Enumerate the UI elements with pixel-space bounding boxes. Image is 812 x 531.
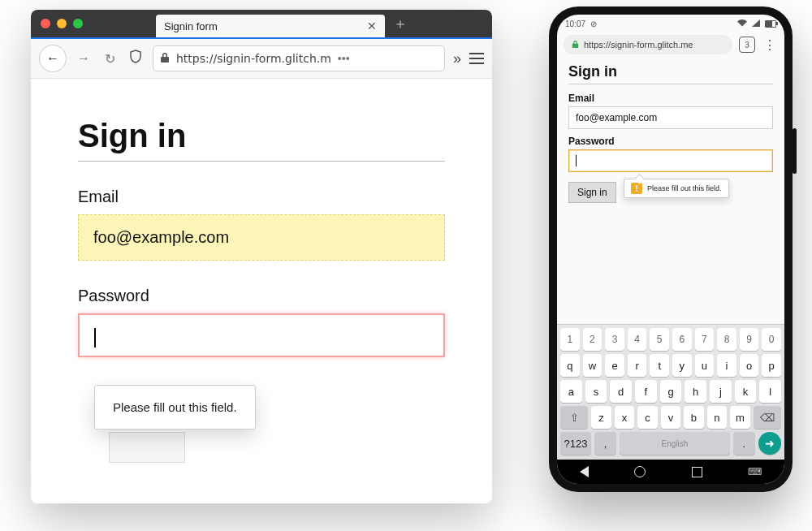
reload-button[interactable]: ↻: [101, 51, 119, 67]
url-box[interactable]: https://signin-form.glitch.m •••: [153, 45, 445, 71]
overflow-chevron-icon[interactable]: »: [453, 50, 461, 67]
key-u[interactable]: u: [695, 354, 715, 377]
lock-icon: [160, 52, 170, 66]
page-content: Sign in Email foo@example.com Password: [31, 79, 492, 503]
key-1[interactable]: 1: [560, 328, 580, 351]
key-⌫[interactable]: ⌫: [754, 406, 781, 429]
key-v[interactable]: v: [661, 406, 680, 429]
key-p[interactable]: p: [762, 354, 781, 377]
page-title: Sign in: [78, 118, 445, 162]
signin-button[interactable]: Sign in: [568, 182, 616, 203]
status-time: 10:07: [565, 19, 585, 28]
password-field[interactable]: [568, 149, 773, 172]
tracking-shield-icon[interactable]: [127, 50, 145, 67]
close-window-icon[interactable]: [41, 19, 50, 28]
email-field[interactable]: foo@example.com: [568, 106, 773, 129]
minimize-window-icon[interactable]: [57, 19, 67, 28]
key-.[interactable]: .: [733, 432, 755, 455]
key-o[interactable]: o: [740, 354, 759, 377]
key-k[interactable]: k: [735, 380, 757, 403]
page-actions-icon[interactable]: •••: [338, 52, 350, 65]
phone-screen: 10:07 ⊘ https://signin-form.glitch.me: [557, 15, 784, 484]
key-2[interactable]: 2: [583, 328, 603, 351]
email-field[interactable]: foo@example.com: [78, 214, 445, 261]
email-label: Email: [78, 188, 445, 206]
nav-recent-icon[interactable]: [692, 467, 702, 477]
key-a[interactable]: a: [560, 380, 582, 403]
tab-count-button[interactable]: 3: [739, 37, 755, 53]
lock-icon: [572, 40, 579, 50]
key-h[interactable]: h: [685, 380, 706, 403]
mobile-address-bar: https://signin-form.glitch.me 3 ⋮: [557, 32, 784, 57]
warning-icon: !: [631, 183, 642, 194]
key-y[interactable]: y: [672, 354, 692, 377]
key-i[interactable]: i: [717, 354, 736, 377]
key-English[interactable]: English: [620, 432, 730, 455]
key-n[interactable]: n: [707, 406, 727, 429]
key-0[interactable]: 0: [762, 328, 781, 351]
kebab-menu-icon[interactable]: ⋮: [762, 37, 778, 53]
key-5[interactable]: 5: [650, 328, 669, 351]
tab-count: 3: [745, 41, 749, 50]
key-⇧[interactable]: ⇧: [560, 406, 588, 429]
key-3[interactable]: 3: [605, 328, 624, 351]
close-tab-icon[interactable]: ✕: [367, 19, 377, 32]
browser-tab[interactable]: Signin form ✕: [156, 15, 385, 37]
key-z[interactable]: z: [591, 406, 611, 429]
password-field[interactable]: [78, 313, 445, 357]
key-f[interactable]: f: [635, 380, 657, 403]
key-g[interactable]: g: [660, 380, 682, 403]
text-caret: [94, 328, 96, 348]
new-tab-button[interactable]: ＋: [389, 12, 412, 35]
nav-home-icon[interactable]: [634, 466, 646, 477]
signin-button-label: Sign in: [577, 187, 607, 198]
key-b[interactable]: b: [684, 406, 703, 429]
key-l[interactable]: l: [759, 380, 781, 403]
key-6[interactable]: 6: [672, 328, 692, 351]
password-label: Password: [568, 136, 773, 147]
key-m[interactable]: m: [730, 406, 749, 429]
phone-frame: 10:07 ⊘ https://signin-form.glitch.me: [549, 6, 793, 492]
hamburger-menu-icon[interactable]: [469, 53, 484, 64]
email-field-value: foo@example.com: [93, 228, 229, 246]
key-9[interactable]: 9: [740, 328, 759, 351]
key-t[interactable]: t: [650, 354, 669, 377]
signin-button-obscured[interactable]: [109, 432, 185, 463]
signal-icon: [752, 19, 760, 28]
mobile-url-box[interactable]: https://signin-form.glitch.me: [564, 35, 732, 54]
key-w[interactable]: w: [583, 354, 603, 377]
key-7[interactable]: 7: [695, 328, 715, 351]
desktop-browser-window: Signin form ✕ ＋ ← → ↻ https://signin-for…: [31, 10, 492, 503]
validation-message: Please fill out this field.: [113, 400, 237, 414]
wifi-icon: [737, 19, 747, 28]
key-,[interactable]: ,: [594, 432, 616, 455]
back-button[interactable]: ←: [39, 45, 67, 72]
mobile-url-text: https://signin-form.glitch.me: [584, 40, 693, 50]
key-s[interactable]: s: [585, 380, 607, 403]
key-c[interactable]: c: [637, 406, 657, 429]
status-app-icon: ⊘: [590, 19, 597, 28]
key-?123[interactable]: ?123: [560, 432, 591, 455]
key-q[interactable]: q: [560, 354, 580, 377]
battery-icon: [765, 20, 776, 28]
nav-keyboard-icon[interactable]: ⌨: [748, 466, 762, 477]
nav-back-icon[interactable]: [580, 466, 589, 477]
android-nav-bar: ⌨: [557, 460, 784, 484]
tab-title: Signin form: [164, 20, 218, 32]
key-d[interactable]: d: [610, 380, 632, 403]
key-j[interactable]: j: [710, 380, 732, 403]
email-label: Email: [568, 93, 773, 104]
key-➜[interactable]: ➜: [758, 432, 781, 455]
key-4[interactable]: 4: [628, 328, 647, 351]
url-text: https://signin-form.glitch.m: [176, 52, 331, 65]
forward-button[interactable]: →: [75, 51, 93, 66]
maximize-window-icon[interactable]: [73, 19, 83, 28]
key-8[interactable]: 8: [717, 328, 736, 351]
status-bar: 10:07 ⊘: [557, 15, 784, 32]
soft-keyboard: 1234567890 qwertyuiop asdfghjkl ⇧zxcvbnm…: [557, 324, 784, 460]
password-label: Password: [78, 287, 445, 305]
tab-strip: Signin form ✕ ＋: [31, 10, 492, 37]
key-r[interactable]: r: [628, 354, 647, 377]
key-e[interactable]: e: [605, 354, 624, 377]
key-x[interactable]: x: [615, 406, 634, 429]
